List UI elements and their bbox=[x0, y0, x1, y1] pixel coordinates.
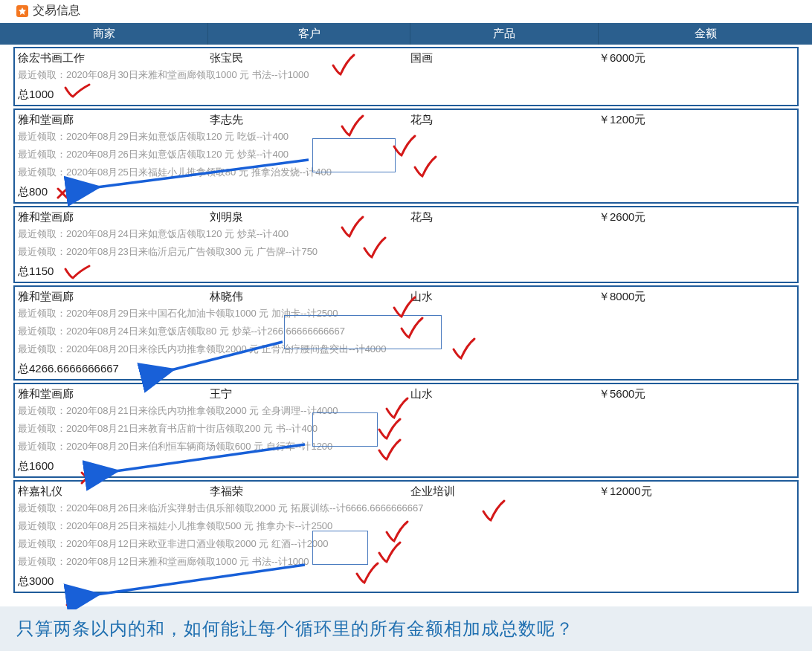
col-amount: 金额 bbox=[599, 23, 812, 45]
product: 国画 bbox=[410, 51, 599, 65]
product: 花鸟 bbox=[410, 113, 599, 127]
record-4: 雅和堂画廊 王宁 山水 ￥5600元 最近领取：2020年08月21日来徐氏内功… bbox=[13, 383, 799, 478]
merchant: 雅和堂画廊 bbox=[18, 113, 210, 127]
merchant: 徐宏书画工作 bbox=[18, 51, 210, 65]
customer: 李志先 bbox=[210, 113, 410, 127]
detail-line: 最近领取：2020年08月23日来临沂启元广告领取300 元 广告牌--计750 bbox=[18, 244, 793, 260]
product: 山水 bbox=[410, 290, 599, 304]
detail-line: 最近领取：2020年08月12日来雅和堂画廊领取1000 元 书法--计1000 bbox=[18, 554, 793, 570]
detail-line: 最近领取：2020年08月20日来徐氏内功推拿领取2000 元 正骨治疗腰间盘突… bbox=[18, 341, 793, 357]
merchant: 雅和堂画廊 bbox=[18, 290, 210, 304]
amount: ￥8000元 bbox=[599, 290, 793, 304]
detail-line: 最近领取：2020年08月26日来如意饭店领取120 元 炒菜--计400 bbox=[18, 146, 793, 163]
detail-line: 最近领取：2020年08月26日来临沂实弹射击俱乐部领取2000 元 拓展训练-… bbox=[18, 500, 793, 517]
detail-line: 最近领取：2020年08月12日来欧亚非进口酒业领取2000 元 红酒--计20… bbox=[18, 536, 793, 552]
total: 总3000 bbox=[18, 574, 793, 589]
total: 总4266.6666666667 bbox=[18, 362, 793, 376]
page-title: 交易信息 bbox=[33, 3, 80, 19]
amount: ￥6000元 bbox=[599, 51, 793, 65]
detail-line: 最近领取：2020年08月20日来伯利恒车辆商场领取600 元 自行车--计12… bbox=[18, 438, 793, 455]
col-merchant: 商家 bbox=[0, 23, 208, 45]
detail-line: 最近领取：2020年08月25日来福娃小儿推拿领取500 元 推拿办卡--计25… bbox=[18, 518, 793, 534]
total: 总800 bbox=[18, 185, 793, 199]
merchant: 雅和堂画廊 bbox=[18, 387, 210, 401]
merchant: 雅和堂画廊 bbox=[18, 210, 210, 224]
detail-line: 最近领取：2020年08月21日来教育书店前十街店领取200 元 书--计400 bbox=[18, 421, 793, 437]
merchant: 梓嘉礼仪 bbox=[18, 485, 210, 499]
question-text: 只算两条以内的和，如何能让每个循环里的所有金额相加成总数呢？ bbox=[0, 606, 812, 651]
record-1: 雅和堂画廊 李志先 花鸟 ￥1200元 最近领取：2020年08月29日来如意饭… bbox=[13, 109, 799, 204]
transaction-icon bbox=[16, 5, 28, 17]
product: 企业培训 bbox=[410, 485, 599, 499]
total: 总1000 bbox=[18, 88, 793, 102]
record-2: 雅和堂画廊 刘明泉 花鸟 ￥2600元 最近领取：2020年08月24日来如意饭… bbox=[13, 206, 799, 283]
detail-line: 最近领取：2020年08月24日来如意饭店领取80 元 炒菜--计266.666… bbox=[18, 323, 793, 340]
records-container: 徐宏书画工作 张宝民 国画 ￥6000元 最近领取：2020年08月30日来雅和… bbox=[0, 47, 812, 599]
page-title-row: 交易信息 bbox=[0, 0, 812, 23]
amount: ￥5600元 bbox=[599, 387, 793, 401]
amount: ￥12000元 bbox=[599, 485, 793, 499]
col-product: 产品 bbox=[410, 23, 599, 45]
record-0: 徐宏书画工作 张宝民 国画 ￥6000元 最近领取：2020年08月30日来雅和… bbox=[13, 47, 799, 106]
customer: 林晓伟 bbox=[210, 290, 410, 304]
product: 花鸟 bbox=[410, 210, 599, 224]
detail-line: 最近领取：2020年08月21日来徐氏内功推拿领取2000 元 全身调理--计4… bbox=[18, 403, 793, 419]
total: 总1600 bbox=[18, 459, 793, 473]
customer: 刘明泉 bbox=[210, 210, 410, 224]
customer: 王宁 bbox=[210, 387, 410, 401]
amount: ￥1200元 bbox=[599, 113, 793, 127]
record-3: 雅和堂画廊 林晓伟 山水 ￥8000元 最近领取：2020年08月29日来中国石… bbox=[13, 285, 799, 381]
record-5: 梓嘉礼仪 李福荣 企业培训 ￥12000元 最近领取：2020年08月26日来临… bbox=[13, 480, 799, 593]
detail-line: 最近领取：2020年08月30日来雅和堂画廊领取1000 元 书法--计1000 bbox=[18, 67, 793, 83]
product: 山水 bbox=[410, 387, 599, 401]
table-header: 商家 客户 产品 金额 bbox=[0, 23, 812, 45]
detail-line: 最近领取：2020年08月24日来如意饭店领取120 元 炒菜--计400 bbox=[18, 226, 793, 242]
detail-line: 最近领取：2020年08月29日来如意饭店领取120 元 吃饭--计400 bbox=[18, 129, 793, 145]
customer: 李福荣 bbox=[210, 485, 410, 499]
amount: ￥2600元 bbox=[599, 210, 793, 224]
detail-line: 最近领取：2020年08月29日来中国石化加油卡领取1000 元 加油卡--计2… bbox=[18, 305, 793, 322]
col-customer: 客户 bbox=[208, 23, 410, 45]
customer: 张宝民 bbox=[210, 51, 410, 65]
total: 总1150 bbox=[18, 265, 793, 279]
detail-line: 最近领取：2020年08月25日来福娃小儿推拿领取80 元 推拿治发烧--计40… bbox=[18, 164, 793, 181]
